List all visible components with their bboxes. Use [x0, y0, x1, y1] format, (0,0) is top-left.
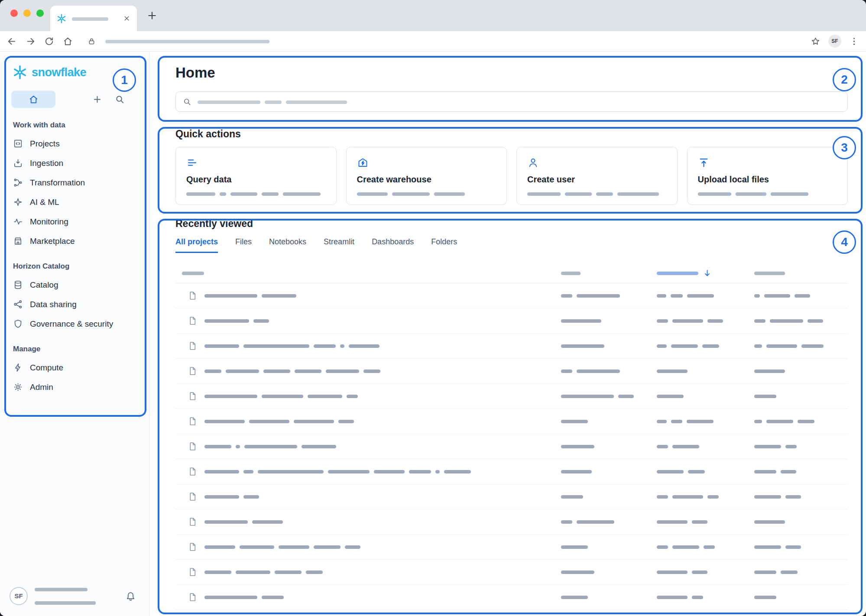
table-row[interactable]	[175, 535, 848, 560]
redacted-segment	[240, 545, 274, 549]
redacted-segment	[561, 545, 588, 549]
back-icon[interactable]	[7, 36, 17, 46]
lock-icon[interactable]	[88, 37, 96, 45]
cell-4	[754, 520, 848, 524]
quick-action-query-data[interactable]: Query data	[175, 147, 337, 205]
address-bar-url-redacted[interactable]	[105, 37, 269, 45]
tab-dashboards[interactable]: Dashboards	[372, 237, 414, 253]
notifications-bell-icon[interactable]	[125, 590, 136, 601]
table-row[interactable]	[175, 560, 848, 585]
quick-action-create-user[interactable]: Create user	[516, 147, 678, 205]
table-row[interactable]	[175, 409, 848, 434]
redacted-segment	[204, 395, 257, 398]
tab-all-projects[interactable]: All projects	[175, 237, 218, 253]
home-search-input[interactable]	[175, 91, 848, 112]
redacted-segment	[671, 344, 698, 348]
new-tab-button[interactable]	[146, 10, 158, 21]
column-header-2[interactable]	[561, 272, 657, 275]
file-icon	[188, 316, 198, 326]
redacted-segment	[657, 395, 684, 398]
column-header-name[interactable]	[182, 272, 561, 275]
table-row[interactable]	[175, 585, 848, 610]
tab-notebooks[interactable]: Notebooks	[269, 237, 306, 253]
table-row[interactable]	[175, 334, 848, 359]
tab-files[interactable]: Files	[235, 237, 252, 253]
file-icon	[188, 416, 198, 426]
cell-2	[561, 344, 657, 348]
table-row[interactable]	[175, 434, 848, 459]
redacted-segment	[286, 101, 347, 104]
cell-4	[754, 395, 848, 398]
forward-icon[interactable]	[26, 36, 36, 46]
zoom-window-button[interactable]	[36, 10, 44, 17]
sidebar-item-label: Governance & security	[30, 319, 113, 329]
sidebar-item-admin[interactable]: Admin	[0, 377, 149, 397]
redacted-text	[204, 495, 259, 499]
page-title: Home	[175, 65, 848, 81]
table-row[interactable]	[175, 359, 848, 384]
redacted-segment	[243, 344, 309, 348]
sidebar-item-transformation[interactable]: Transformation	[0, 173, 149, 192]
tab-folders[interactable]: Folders	[431, 237, 457, 253]
table-row[interactable]	[175, 459, 848, 484]
browser-menu-icon[interactable]	[849, 36, 859, 46]
reload-icon[interactable]	[44, 36, 54, 46]
sidebar-item-ai-ml[interactable]: AI & ML	[0, 192, 149, 212]
column-header-4[interactable]	[754, 272, 848, 275]
bookmark-star-icon[interactable]	[811, 36, 821, 46]
table-row[interactable]	[175, 283, 848, 308]
cell-name	[188, 467, 561, 477]
redacted-segment	[363, 370, 380, 373]
sidebar-item-ingestion[interactable]: Ingestion	[0, 153, 149, 173]
column-header-3-sorted[interactable]	[657, 269, 754, 278]
search-placeholder-redacted	[198, 98, 347, 106]
sidebar-item-governance-security[interactable]: Governance & security	[0, 314, 149, 334]
redacted-text	[657, 520, 707, 524]
nav-section-label-work-with-data: Work with data	[13, 121, 149, 130]
sidebar-item-marketplace[interactable]: Marketplace	[0, 231, 149, 251]
redacted-segment	[808, 319, 823, 323]
sidebar-item-compute[interactable]: Compute	[0, 358, 149, 377]
sort-descending-icon[interactable]	[703, 269, 712, 278]
close-window-button[interactable]	[10, 10, 18, 17]
cell-name	[188, 366, 561, 376]
sidebar-home-button[interactable]	[11, 91, 55, 108]
tab-streamlit[interactable]: Streamlit	[324, 237, 354, 253]
redacted-text	[204, 294, 296, 298]
browser-tab[interactable]	[50, 6, 137, 31]
cell-3	[657, 445, 754, 448]
sidebar-new-button[interactable]	[89, 91, 105, 107]
table-row[interactable]	[175, 308, 848, 334]
table-row[interactable]	[175, 509, 848, 535]
redacted-segment	[692, 571, 707, 574]
recently-viewed-table	[175, 263, 848, 610]
redacted-segment	[243, 470, 253, 473]
cell-2	[561, 571, 657, 574]
redacted-segment	[105, 40, 269, 43]
browser-profile-avatar[interactable]: SF	[828, 35, 841, 48]
minimize-window-button[interactable]	[23, 10, 31, 17]
redacted-segment	[294, 420, 334, 423]
redacted-segment	[795, 294, 810, 298]
sidebar-search-button[interactable]	[112, 91, 127, 107]
redacted-segment	[198, 101, 260, 104]
redacted-segment	[698, 192, 731, 196]
sidebar-item-monitoring[interactable]: Monitoring	[0, 212, 149, 231]
table-row[interactable]	[175, 384, 848, 409]
user-avatar[interactable]: SF	[10, 587, 28, 605]
sidebar-item-projects[interactable]: Projects	[0, 134, 149, 153]
redacted-text	[657, 596, 703, 599]
sidebar-item-catalog[interactable]: Catalog	[0, 275, 149, 295]
sidebar-top-actions	[0, 91, 149, 108]
redacted-text	[657, 470, 705, 473]
redacted-segment	[657, 344, 667, 348]
close-tab-icon[interactable]	[123, 14, 131, 23]
table-row[interactable]	[175, 484, 848, 509]
cell-2	[561, 395, 657, 398]
redacted-text	[657, 319, 723, 323]
sidebar-item-data-sharing[interactable]: Data sharing	[0, 295, 149, 314]
redacted-text	[561, 495, 583, 499]
quick-action-create-warehouse[interactable]: Create warehouse	[346, 147, 507, 205]
quick-action-upload-local-files[interactable]: Upload local files	[687, 147, 848, 205]
browser-home-icon[interactable]	[63, 36, 73, 46]
